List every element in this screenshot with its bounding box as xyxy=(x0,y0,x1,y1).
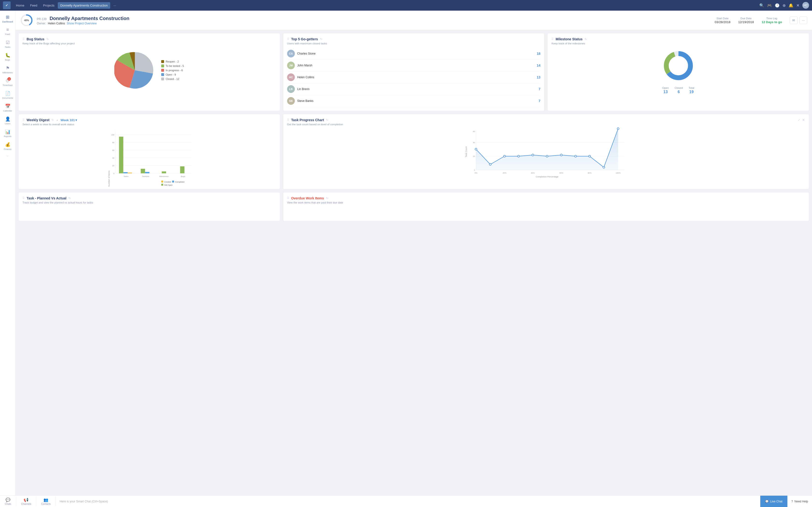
legend-closed: Closed - 12 xyxy=(161,77,184,80)
sidebar-label-bugs: Bugs xyxy=(5,59,10,61)
top5-header: ⠿ Top 5 Go-getters ↻ xyxy=(287,37,541,41)
drag-icon: ⠿ xyxy=(287,38,289,41)
task-progress-title: Task Progress Chart xyxy=(291,118,324,122)
nav-home[interactable]: Home xyxy=(13,2,27,9)
settings-icon[interactable]: ✕ xyxy=(796,3,800,8)
legend-open: Open - 9 xyxy=(161,73,184,76)
due-date: Due Date 12/19/2018 xyxy=(738,17,754,24)
progress-color xyxy=(161,69,164,72)
helen-name: Helen Collins xyxy=(297,75,534,79)
svg-point-48 xyxy=(503,155,505,157)
nav-project-active[interactable]: Donnelly Apartments Construction xyxy=(58,2,110,9)
svg-text:40: 40 xyxy=(112,157,114,159)
bug-status-title: Bug Status xyxy=(27,37,45,41)
notification-icon[interactable]: 🔔 xyxy=(789,3,794,8)
bug-refresh-icon[interactable]: ↻ xyxy=(46,38,49,41)
svg-point-53 xyxy=(574,155,576,157)
clock-icon[interactable]: 🕐 xyxy=(775,3,779,8)
svg-point-50 xyxy=(532,154,534,156)
svg-text:Milestones: Milestones xyxy=(159,175,168,177)
sidebar-item-more[interactable]: ··· xyxy=(1,153,14,159)
smart-chat-input[interactable]: Here is your Smart Chat (Ctrl+Space) xyxy=(56,500,760,503)
task-progress-header: ⠿ Task Progress Chart ↻ ⤢ ✕ xyxy=(287,118,805,122)
sidebar-item-milestones[interactable]: ⚑ Milestones xyxy=(1,63,14,76)
svg-rect-26 xyxy=(162,171,166,173)
search-icon[interactable]: 🔍 xyxy=(759,3,764,8)
planned-refresh-icon[interactable]: ↻ xyxy=(68,196,71,200)
nav-feed[interactable]: Feed xyxy=(28,2,40,9)
sidebar-item-timesheet[interactable]: ⏱ 18 Timesheet xyxy=(1,76,14,89)
sidebar-item-documents[interactable]: 📄 Documents xyxy=(1,89,14,101)
sidebar-item-bugs[interactable]: 🐛 Bugs xyxy=(1,51,14,63)
donut-container: Open 13 Closed 6 Total 19 xyxy=(552,49,805,94)
reopen-color xyxy=(161,60,164,63)
sidebar-label-dashboard: Dashboard xyxy=(2,20,13,23)
weekly-digest-card: ⠿ Weekly Digest ↻ - Week 101 ▾ Select a … xyxy=(18,114,280,189)
email-button[interactable]: ✉ xyxy=(790,16,798,24)
project-title: Donnelly Apartments Construction xyxy=(50,16,129,21)
weekly-refresh-icon[interactable]: ↻ xyxy=(51,118,54,122)
sidebar-item-finance[interactable]: 💰 Finance xyxy=(1,140,14,152)
bottom-tab-channels[interactable]: 📢 Channels xyxy=(16,497,36,506)
john-avatar: JM xyxy=(287,62,295,69)
bug-status-header: ⠿ Bug Status ↻ xyxy=(22,37,276,41)
legend-in-progress: In progress - 6 xyxy=(161,69,184,72)
project-owner: Owner: Helen Collins Show Project Overvi… xyxy=(37,22,711,25)
svg-text:60: 60 xyxy=(473,130,475,132)
legend-to-be-tested: To be tested - 5 xyxy=(161,64,184,67)
svg-text:Completed: Completed xyxy=(175,181,185,183)
sidebar-label-feed: Feed xyxy=(5,33,10,36)
app-logo: ✓ xyxy=(3,1,11,9)
svg-point-46 xyxy=(475,148,477,150)
sidebar-item-reports[interactable]: 📊 Reports xyxy=(1,127,14,139)
sidebar-item-tasks[interactable]: ☑ Tasks xyxy=(1,38,14,50)
user-avatar[interactable]: HC xyxy=(802,2,809,9)
close-icon[interactable]: ✕ xyxy=(802,118,805,122)
bottom-tab-contacts[interactable]: 👥 Contacts xyxy=(36,497,56,506)
expand-icon[interactable]: ⤢ xyxy=(798,118,800,122)
task-progress-card: ⠿ Task Progress Chart ↻ ⤢ ✕ Get the task… xyxy=(283,114,809,189)
game-icon[interactable]: 🎮 xyxy=(767,3,772,8)
nav-projects[interactable]: Projects xyxy=(41,2,57,9)
svg-text:Tasks: Tasks xyxy=(123,175,128,177)
live-chat-icon: 💬 xyxy=(765,500,769,503)
sidebar-item-calendar[interactable]: 📅 Calendar xyxy=(1,102,14,114)
sidebar-item-dashboard[interactable]: ⊞ Dashboard xyxy=(1,12,14,25)
content-area: 40% PR-139 Donnelly Apartments Construct… xyxy=(15,11,812,495)
svg-text:0: 0 xyxy=(474,169,475,171)
top5-refresh-icon[interactable]: ↻ xyxy=(320,38,322,41)
charles-count: 18 xyxy=(537,52,541,56)
show-overview-link[interactable]: Show Project Overview xyxy=(67,22,97,25)
pie-chart xyxy=(114,50,155,91)
milestone-refresh-icon[interactable]: ↻ xyxy=(585,38,587,41)
overdue-refresh-icon[interactable]: ↻ xyxy=(326,196,328,200)
project-id-title: PR-139 Donnelly Apartments Construction xyxy=(37,16,711,21)
start-date: Start Date 03/28/2018 xyxy=(715,17,730,24)
week-selector[interactable]: Week 101 ▾ xyxy=(61,118,77,122)
svg-point-47 xyxy=(489,163,491,165)
sidebar-item-users[interactable]: 👤 Users xyxy=(1,114,14,127)
steve-count: 7 xyxy=(539,99,541,103)
live-chat-button[interactable]: 💬 Live Chat xyxy=(760,496,788,507)
need-help-button[interactable]: ? Need Help xyxy=(788,496,812,507)
sidebar-label-reports: Reports xyxy=(4,135,12,137)
sidebar-label-finance: Finance xyxy=(4,148,11,151)
tested-color xyxy=(161,64,164,67)
overdue-subtitle: View the work items that are past their … xyxy=(287,201,805,204)
task-progress-refresh[interactable]: ↻ xyxy=(326,118,328,122)
overdue-header: ⠿ Overdue Work Items ↻ xyxy=(287,196,805,200)
drag-icon: ⠿ xyxy=(287,196,289,200)
bottom-tab-chats[interactable]: 💬 Chats xyxy=(0,497,16,506)
finance-icon: 💰 xyxy=(5,142,10,147)
weekly-title: Weekly Digest xyxy=(27,118,50,122)
add-icon[interactable]: ⊕ xyxy=(782,3,785,8)
svg-text:0: 0 xyxy=(113,172,114,175)
nav-more[interactable]: ··· xyxy=(111,2,119,9)
dashboard-icon: ⊞ xyxy=(6,14,9,20)
sidebar-label-documents: Documents xyxy=(2,97,13,99)
top5-subtitle: Users with maximum closed tasks xyxy=(287,42,541,45)
more-options-button[interactable]: ··· xyxy=(800,16,807,24)
sidebar-item-feed[interactable]: ≡ Feed xyxy=(1,25,14,38)
svg-rect-30 xyxy=(161,181,163,182)
svg-text:Task Count: Task Count xyxy=(465,146,467,157)
